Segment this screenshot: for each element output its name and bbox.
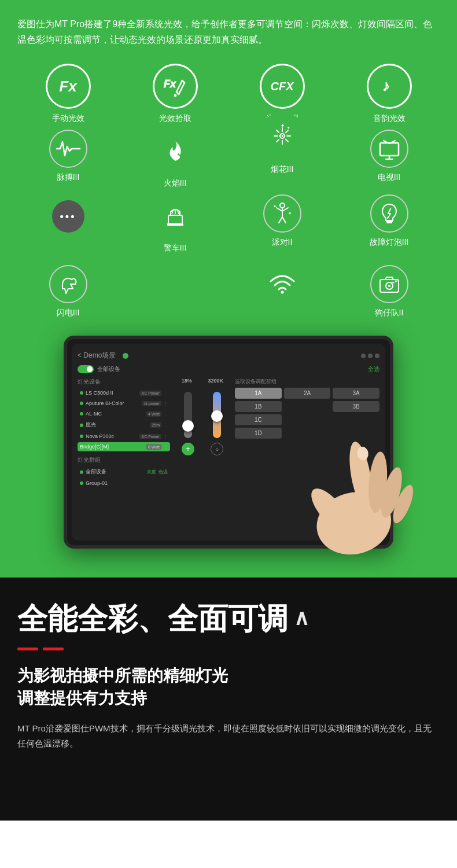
flame-label: 火焰III — [164, 178, 187, 189]
group-label: 灯光群组 — [78, 456, 170, 464]
slider-control-1[interactable]: + — [182, 443, 194, 455]
svg-line-13 — [286, 130, 288, 133]
app-header: < Demo场景 — [78, 351, 379, 361]
svg-point-42 — [388, 285, 390, 287]
icon-item-lightning: 闪电III — [17, 265, 119, 318]
app-device-list: 灯光设备 LS C300d II AC Power ⋮ Aputure Bi-C… — [78, 378, 170, 489]
app-toggle[interactable] — [78, 365, 94, 373]
slider-controls: + ○ — [174, 443, 231, 455]
svg-rect-24 — [168, 215, 182, 225]
group-btn-1a[interactable]: 1A — [235, 388, 282, 399]
icon-item-music-fx: ♪ 音韵光效 — [338, 64, 440, 124]
main-title-text: 全能全彩、全面可调 — [17, 601, 288, 637]
device-item-5[interactable]: Bridge[C][M] 8 Watt ⋮ — [78, 442, 170, 451]
app-back: < Demo场景 — [78, 351, 116, 361]
svg-text:✦: ✦ — [288, 211, 292, 215]
subtitle: 为影视拍摄中所需的精细灯光 调整提供有力支持 — [17, 664, 440, 709]
pick-fx-icon: Fx — [153, 64, 198, 109]
police-label: 警车III — [164, 243, 187, 253]
color-slider[interactable] — [213, 392, 221, 438]
tablet-screen: < Demo场景 全部设备 全选 — [72, 344, 385, 540]
group-btn-3b[interactable]: 3B — [333, 401, 379, 412]
svg-line-12 — [286, 139, 288, 142]
group-btn-2a[interactable]: 2A — [284, 388, 331, 399]
app-group-buttons: 选取设备调配群组 1A 2A 3A 1B 3B 1C — [235, 378, 379, 489]
icon-item-pulse: 脉搏III — [17, 130, 119, 189]
party-label: 派对II — [272, 237, 293, 248]
lightning-label: 闪电III — [57, 308, 80, 318]
tv-svg — [377, 136, 402, 161]
group-item-1[interactable]: Group-01 — [78, 479, 170, 488]
svg-line-31 — [277, 208, 282, 211]
group-assignment-label: 选取设备调配群组 — [235, 378, 379, 385]
fault-bulb-label: 故障灯泡III — [370, 237, 409, 248]
svg-rect-19 — [380, 143, 399, 156]
tv-icon — [370, 130, 408, 168]
top-section: 爱图仕为MT Pro搭建了9种全新系统光效，给予创作者更多可调节空间：闪烁次数、… — [0, 0, 457, 578]
group-btn-1d[interactable]: 1D — [235, 428, 282, 439]
fault-bulb-svg — [377, 201, 402, 226]
svg-point-5 — [174, 94, 176, 97]
party-icon: ✦ ✦ — [263, 194, 301, 233]
device-item-3[interactable]: 愿光 25m ⋮ — [78, 420, 170, 431]
title-caret: ∧ — [294, 605, 309, 630]
icon-grid-row3: ••• 警车III — [17, 194, 440, 253]
svg-point-16 — [281, 135, 283, 137]
device-item-1[interactable]: Aputure Bi-Color bi-power ⋮ — [78, 399, 170, 408]
firework-svg: ✦ ✦ — [270, 123, 295, 149]
device-item-2[interactable]: AL-MC 4 Watt ⋮ — [78, 409, 170, 418]
app-content: 灯光设备 LS C300d II AC Power ⋮ Aputure Bi-C… — [78, 378, 379, 489]
group-item-0[interactable]: 全部设备 亮度 色温 — [78, 466, 170, 477]
svg-text:✦: ✦ — [394, 279, 398, 284]
intro-text: 爱图仕为MT Pro搭建了9种全新系统光效，给予创作者更多可调节空间：闪烁次数、… — [17, 16, 440, 47]
icon-item-manual-fx: Fx 手动光效 — [17, 64, 119, 124]
dogteam-label: 狗仔队II — [375, 308, 404, 318]
svg-text:✦: ✦ — [281, 123, 285, 128]
party-svg: ✦ ✦ — [270, 201, 295, 226]
icon-item-police: 警车III — [124, 194, 226, 253]
group-btn-1b[interactable]: 1B — [235, 401, 282, 412]
all-devices-label: 全部设备 — [97, 365, 120, 373]
group-btn-1c[interactable]: 1C — [235, 414, 282, 425]
svg-rect-25 — [167, 223, 183, 226]
cfx-icon: CFX — [260, 64, 305, 109]
manual-fx-icon: Fx — [46, 64, 91, 109]
svg-text:✦: ✦ — [273, 204, 277, 208]
group-btn-grid: 1A 2A 3A 1B 3B 1C 1D — [235, 388, 379, 439]
main-title-row: 全能全彩、全面可调 ∧ — [17, 601, 440, 637]
brightness-value: 18% — [182, 378, 192, 384]
icon-item-firework: ✦ ✦ 烟花III — [231, 112, 333, 189]
brightness-slider[interactable] — [184, 392, 192, 438]
icon-item-wifi — [231, 265, 333, 318]
color-value: 3200K — [208, 378, 224, 384]
device-item-4[interactable]: Nova P300c AC Power ⋮ — [78, 432, 170, 441]
police-icon — [153, 194, 197, 238]
icon-item-empty — [124, 265, 226, 318]
music-fx-icon: ♪ — [367, 64, 412, 109]
music-note-svg: ♪ — [377, 73, 402, 99]
group-btn-3a[interactable]: 3A — [333, 388, 379, 399]
red-bar-2 — [43, 648, 64, 650]
icon-grid-row4: 闪电III — [17, 265, 440, 318]
device-item-0[interactable]: LS C300d II AC Power ⋮ — [78, 388, 170, 398]
flame-icon — [153, 130, 197, 174]
svg-text:✦: ✦ — [287, 126, 290, 130]
tv-label: 电视III — [378, 172, 401, 183]
body-text: MT Pro沿袭爱图仕PWM技术，拥有千分级调光技术，即使在照度较低时依旧可以实… — [17, 721, 440, 751]
icon-grid-row2: 脉搏III 火焰III — [17, 130, 440, 189]
app-header-dots — [361, 354, 379, 358]
slider-control-2[interactable]: ○ — [211, 443, 223, 455]
tablet-outer: < Demo场景 全部设备 全选 — [64, 336, 393, 549]
svg-line-4 — [176, 92, 179, 94]
firework-icon: ✦ ✦ — [259, 112, 306, 160]
bottom-section: 全能全彩、全面可调 ∧ 为影视拍摄中所需的精细灯光 调整提供有力支持 MT Pr… — [0, 578, 457, 821]
pick-fx-svg: Fx — [163, 73, 188, 99]
icon-item-dots: ••• — [17, 200, 119, 253]
svg-text:♪: ♪ — [382, 77, 390, 94]
pick-fx-label: 光效拾取 — [159, 113, 191, 124]
lightning-icon — [49, 265, 87, 303]
svg-line-11 — [277, 130, 279, 133]
top-right-label: 全选 — [368, 365, 379, 373]
icon-item-fault-bulb: 故障灯泡III — [338, 194, 440, 253]
pulse-icon — [49, 130, 87, 168]
